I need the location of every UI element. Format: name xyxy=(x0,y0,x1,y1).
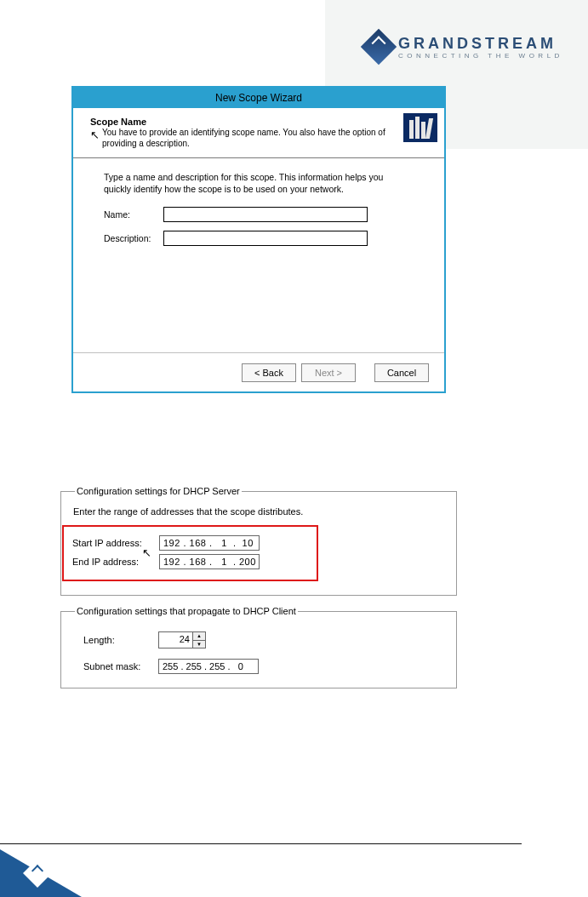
footer-rule xyxy=(0,843,522,844)
end-ip-row: End IP address: xyxy=(72,554,308,569)
cursor-icon: ↖ xyxy=(142,546,151,559)
subnet-mask-label: Subnet mask: xyxy=(83,661,158,671)
dhcp-client-fieldset: Configuration settings that propagate to… xyxy=(60,606,457,688)
dhcp-server-fieldset: Configuration settings for DHCP Server E… xyxy=(60,486,457,596)
wizard-header: Scope Name You have to provide an identi… xyxy=(73,108,444,158)
subnet-mask-row: Subnet mask: xyxy=(83,659,446,674)
brand-name: GRANDSTREAM xyxy=(398,35,563,53)
dhcp-server-legend: Configuration settings for DHCP Server xyxy=(75,486,242,496)
wizard-heading-desc: You have to provide an identifying scope… xyxy=(102,128,393,149)
new-scope-wizard-dialog: New Scope Wizard Scope Name You have to … xyxy=(71,86,446,393)
description-field-row: Description: xyxy=(104,231,431,246)
subnet-mask-input[interactable] xyxy=(158,659,259,674)
length-label: Length: xyxy=(83,635,158,645)
name-field-row: Name: xyxy=(104,207,431,222)
name-label: Name: xyxy=(104,209,163,220)
highlighted-range-box: Start IP address: End IP address: xyxy=(62,525,318,581)
end-ip-input[interactable] xyxy=(159,554,260,569)
length-row: Length: 24 ▲ ▼ xyxy=(83,631,446,648)
length-value: 24 xyxy=(180,634,190,644)
cancel-button[interactable]: Cancel xyxy=(374,363,429,382)
back-button[interactable]: < Back xyxy=(242,363,296,382)
wizard-footer: < Back Next > Cancel xyxy=(73,352,444,391)
stepper-up-icon[interactable]: ▲ xyxy=(192,632,205,641)
description-label: Description: xyxy=(104,233,163,243)
dhcp-config-panel: ↖ Configuration settings for DHCP Server… xyxy=(60,486,457,712)
wizard-body-text: Type a name and description for this sco… xyxy=(104,172,393,195)
wizard-books-icon xyxy=(403,113,437,142)
wizard-body: Type a name and description for this sco… xyxy=(73,158,444,268)
start-ip-row: Start IP address: xyxy=(72,535,308,551)
dhcp-client-legend: Configuration settings that propagate to… xyxy=(75,606,298,616)
cursor-icon: ↖ xyxy=(90,129,100,141)
name-input[interactable] xyxy=(163,207,368,222)
brand-mark-icon xyxy=(361,29,397,65)
start-ip-input[interactable] xyxy=(159,535,260,551)
range-text: Enter the range of addresses that the sc… xyxy=(73,506,446,517)
wizard-title-bar: New Scope Wizard xyxy=(73,88,444,108)
next-button[interactable]: Next > xyxy=(301,363,356,382)
description-input[interactable] xyxy=(163,231,368,246)
brand-tagline: CONNECTING THE WORLD xyxy=(398,52,563,60)
wizard-heading: Scope Name xyxy=(90,117,393,127)
brand-logo: GRANDSTREAM CONNECTING THE WORLD xyxy=(366,34,563,60)
length-stepper[interactable]: 24 ▲ ▼ xyxy=(158,631,206,648)
stepper-down-icon[interactable]: ▼ xyxy=(192,641,205,648)
